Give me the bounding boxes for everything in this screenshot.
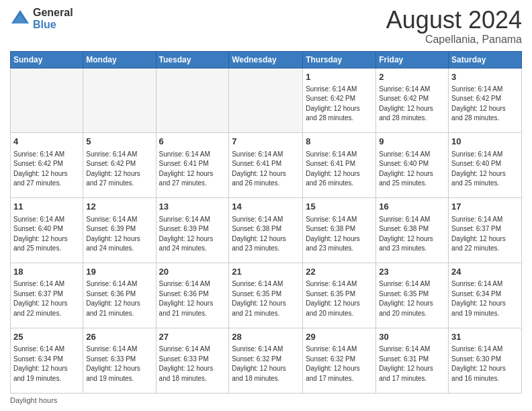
- calendar-day-cell: 30Sunrise: 6:14 AMSunset: 6:31 PMDayligh…: [376, 328, 449, 394]
- calendar-day-header: Friday: [376, 51, 449, 68]
- day-number: 28: [232, 331, 300, 343]
- day-info: Sunrise: 6:14 AMSunset: 6:40 PMDaylight:…: [379, 150, 445, 189]
- day-number: 1: [306, 71, 373, 83]
- day-number: 23: [379, 266, 445, 278]
- calendar-day-cell: 26Sunrise: 6:14 AMSunset: 6:33 PMDayligh…: [83, 328, 156, 394]
- day-number: 7: [232, 136, 300, 148]
- day-info: Sunrise: 6:14 AMSunset: 6:35 PMDaylight:…: [379, 279, 445, 318]
- day-info: Sunrise: 6:14 AMSunset: 6:36 PMDaylight:…: [159, 279, 226, 318]
- day-number: 26: [86, 331, 152, 343]
- calendar-day-header: Thursday: [303, 51, 376, 68]
- calendar-day-header: Sunday: [11, 51, 83, 68]
- calendar-day-cell: 6Sunrise: 6:14 AMSunset: 6:41 PMDaylight…: [156, 133, 229, 198]
- month-year: August 2024: [386, 7, 522, 34]
- day-info: Sunrise: 6:14 AMSunset: 6:34 PMDaylight:…: [451, 279, 519, 318]
- day-number: 3: [451, 71, 519, 83]
- location: Capellania, Panama: [386, 34, 522, 46]
- calendar-day-cell: 14Sunrise: 6:14 AMSunset: 6:38 PMDayligh…: [229, 198, 303, 263]
- header: General Blue August 2024 Capellania, Pan…: [10, 7, 522, 46]
- calendar-day-cell: 21Sunrise: 6:14 AMSunset: 6:35 PMDayligh…: [229, 263, 303, 328]
- day-info: Sunrise: 6:14 AMSunset: 6:33 PMDaylight:…: [86, 345, 152, 383]
- day-info: Sunrise: 6:14 AMSunset: 6:42 PMDaylight:…: [379, 85, 445, 124]
- calendar-day-cell: 20Sunrise: 6:14 AMSunset: 6:36 PMDayligh…: [156, 263, 229, 328]
- calendar-week-row: 25Sunrise: 6:14 AMSunset: 6:34 PMDayligh…: [11, 328, 522, 394]
- day-info: Sunrise: 6:14 AMSunset: 6:32 PMDaylight:…: [306, 345, 373, 383]
- calendar-day-cell: 2Sunrise: 6:14 AMSunset: 6:42 PMDaylight…: [376, 68, 449, 133]
- day-info: Sunrise: 6:14 AMSunset: 6:42 PMDaylight:…: [451, 85, 519, 124]
- calendar-day-cell: 25Sunrise: 6:14 AMSunset: 6:34 PMDayligh…: [11, 328, 83, 394]
- logo-blue-text: Blue: [33, 19, 73, 31]
- day-info: Sunrise: 6:14 AMSunset: 6:38 PMDaylight:…: [306, 215, 373, 254]
- calendar-day-cell: 3Sunrise: 6:14 AMSunset: 6:42 PMDaylight…: [449, 68, 522, 133]
- calendar-day-cell: 9Sunrise: 6:14 AMSunset: 6:40 PMDaylight…: [376, 133, 449, 198]
- calendar-week-row: 18Sunrise: 6:14 AMSunset: 6:37 PMDayligh…: [11, 263, 522, 328]
- calendar-day-cell: 18Sunrise: 6:14 AMSunset: 6:37 PMDayligh…: [11, 263, 83, 328]
- day-info: Sunrise: 6:14 AMSunset: 6:39 PMDaylight:…: [159, 215, 226, 254]
- day-info: Sunrise: 6:14 AMSunset: 6:42 PMDaylight:…: [306, 85, 373, 124]
- calendar-day-cell: 1Sunrise: 6:14 AMSunset: 6:42 PMDaylight…: [303, 68, 376, 133]
- calendar-day-cell: 13Sunrise: 6:14 AMSunset: 6:39 PMDayligh…: [156, 198, 229, 263]
- calendar-day-cell: 17Sunrise: 6:14 AMSunset: 6:37 PMDayligh…: [449, 198, 522, 263]
- calendar-day-cell: 31Sunrise: 6:14 AMSunset: 6:30 PMDayligh…: [449, 328, 522, 394]
- day-number: 2: [379, 71, 445, 83]
- calendar-day-cell: 8Sunrise: 6:14 AMSunset: 6:41 PMDaylight…: [303, 133, 376, 198]
- day-number: 5: [86, 136, 152, 148]
- day-info: Sunrise: 6:14 AMSunset: 6:39 PMDaylight:…: [86, 215, 152, 254]
- calendar-day-header: Tuesday: [156, 51, 229, 68]
- day-info: Sunrise: 6:14 AMSunset: 6:38 PMDaylight:…: [379, 215, 445, 254]
- calendar-day-header: Wednesday: [229, 51, 303, 68]
- day-number: 18: [13, 266, 80, 278]
- calendar-day-cell: 22Sunrise: 6:14 AMSunset: 6:35 PMDayligh…: [303, 263, 376, 328]
- calendar-day-cell: 7Sunrise: 6:14 AMSunset: 6:41 PMDaylight…: [229, 133, 303, 198]
- calendar-day-cell: 5Sunrise: 6:14 AMSunset: 6:42 PMDaylight…: [83, 133, 156, 198]
- calendar-header-row: SundayMondayTuesdayWednesdayThursdayFrid…: [11, 51, 522, 68]
- calendar-week-row: 1Sunrise: 6:14 AMSunset: 6:42 PMDaylight…: [11, 68, 522, 133]
- calendar-day-cell: 29Sunrise: 6:14 AMSunset: 6:32 PMDayligh…: [303, 328, 376, 394]
- day-number: 20: [159, 266, 226, 278]
- day-info: Sunrise: 6:14 AMSunset: 6:34 PMDaylight:…: [13, 345, 80, 383]
- day-number: 16: [379, 201, 445, 213]
- calendar-day-cell: 19Sunrise: 6:14 AMSunset: 6:36 PMDayligh…: [83, 263, 156, 328]
- logo-icon: [10, 9, 30, 29]
- day-info: Sunrise: 6:14 AMSunset: 6:33 PMDaylight:…: [159, 345, 226, 383]
- day-info: Sunrise: 6:14 AMSunset: 6:40 PMDaylight:…: [13, 215, 80, 254]
- footer: Daylight hours: [10, 396, 522, 404]
- day-number: 6: [159, 136, 226, 148]
- calendar-day-cell: 23Sunrise: 6:14 AMSunset: 6:35 PMDayligh…: [376, 263, 449, 328]
- calendar-day-cell: [83, 68, 156, 133]
- calendar-table: SundayMondayTuesdayWednesdayThursdayFrid…: [10, 51, 522, 394]
- day-info: Sunrise: 6:14 AMSunset: 6:30 PMDaylight:…: [451, 345, 519, 383]
- calendar-day-header: Saturday: [449, 51, 522, 68]
- day-number: 24: [451, 266, 519, 278]
- day-number: 27: [159, 331, 226, 343]
- logo: General Blue: [10, 7, 73, 30]
- calendar-day-cell: 10Sunrise: 6:14 AMSunset: 6:40 PMDayligh…: [449, 133, 522, 198]
- calendar-day-cell: 16Sunrise: 6:14 AMSunset: 6:38 PMDayligh…: [376, 198, 449, 263]
- day-info: Sunrise: 6:14 AMSunset: 6:41 PMDaylight:…: [159, 150, 226, 189]
- day-info: Sunrise: 6:14 AMSunset: 6:35 PMDaylight:…: [306, 279, 373, 318]
- day-info: Sunrise: 6:14 AMSunset: 6:42 PMDaylight:…: [86, 150, 152, 189]
- logo-general-text: General: [33, 7, 73, 19]
- day-number: 15: [306, 201, 373, 213]
- page: General Blue August 2024 Capellania, Pan…: [0, 0, 532, 411]
- title-section: August 2024 Capellania, Panama: [386, 7, 522, 46]
- day-info: Sunrise: 6:14 AMSunset: 6:42 PMDaylight:…: [13, 150, 80, 189]
- day-number: 22: [306, 266, 373, 278]
- calendar-day-cell: 4Sunrise: 6:14 AMSunset: 6:42 PMDaylight…: [11, 133, 83, 198]
- calendar-day-cell: 12Sunrise: 6:14 AMSunset: 6:39 PMDayligh…: [83, 198, 156, 263]
- day-info: Sunrise: 6:14 AMSunset: 6:37 PMDaylight:…: [451, 215, 519, 254]
- day-info: Sunrise: 6:14 AMSunset: 6:31 PMDaylight:…: [379, 345, 445, 383]
- day-number: 12: [86, 201, 152, 213]
- day-number: 8: [306, 136, 373, 148]
- calendar-day-cell: 15Sunrise: 6:14 AMSunset: 6:38 PMDayligh…: [303, 198, 376, 263]
- day-info: Sunrise: 6:14 AMSunset: 6:36 PMDaylight:…: [86, 279, 152, 318]
- calendar-day-cell: [156, 68, 229, 133]
- calendar-day-cell: [229, 68, 303, 133]
- calendar-day-header: Monday: [83, 51, 156, 68]
- day-number: 9: [379, 136, 445, 148]
- day-info: Sunrise: 6:14 AMSunset: 6:40 PMDaylight:…: [451, 150, 519, 189]
- day-info: Sunrise: 6:14 AMSunset: 6:41 PMDaylight:…: [232, 150, 300, 189]
- day-number: 29: [306, 331, 373, 343]
- day-number: 21: [232, 266, 300, 278]
- calendar-day-cell: 27Sunrise: 6:14 AMSunset: 6:33 PMDayligh…: [156, 328, 229, 394]
